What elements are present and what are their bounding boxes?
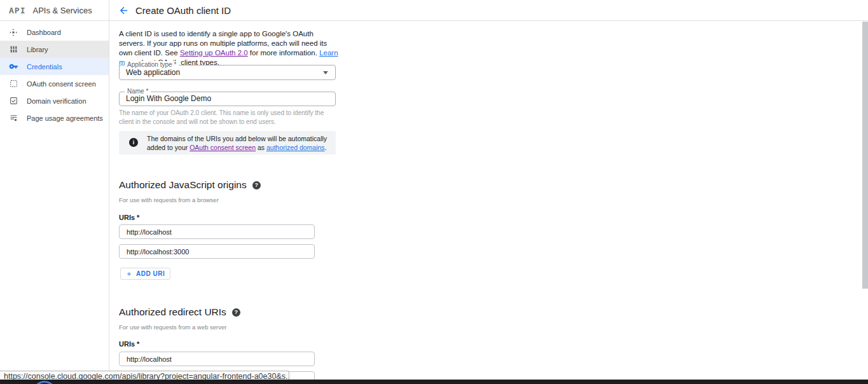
origin-uri-input-1[interactable] bbox=[119, 224, 315, 239]
sidebar-nav: Dashboard Library Credentials OAuth cons… bbox=[0, 24, 109, 127]
name-helper-text: The name of your OAuth 2.0 client. This … bbox=[119, 109, 333, 126]
name-label: Name * bbox=[125, 88, 151, 95]
origin-uri-input-2[interactable] bbox=[119, 244, 315, 259]
arrow-back-icon bbox=[118, 7, 129, 18]
link-oauth-consent-screen[interactable]: OAuth consent screen bbox=[189, 144, 256, 151]
sidebar-item-label: OAuth consent screen bbox=[27, 80, 96, 88]
oauth-client-create-page: API APIs & Services Dashboard Library bbox=[0, 0, 868, 384]
name-field: Name * bbox=[119, 92, 336, 106]
sidebar-title: APIs & Services bbox=[32, 6, 92, 15]
page-title: Create OAuth client ID bbox=[135, 5, 231, 16]
origins-subtitle: For use with requests from a browser bbox=[119, 196, 219, 203]
info-text-part: as bbox=[256, 144, 266, 151]
sidebar-item-library[interactable]: Library bbox=[0, 41, 109, 58]
info-box: i The domains of the URIs you add below … bbox=[119, 131, 336, 154]
plus-icon bbox=[126, 271, 132, 277]
key-icon bbox=[8, 62, 18, 72]
application-type-label: Application type * bbox=[125, 61, 179, 68]
section-title-text: Authorized redirect URIs bbox=[119, 306, 226, 318]
origins-uris-label: URIs * bbox=[119, 214, 139, 221]
back-button[interactable] bbox=[118, 5, 130, 17]
sidebar-item-label: Page usage agreements bbox=[27, 114, 103, 122]
link-authorized-domains[interactable]: authorized domains bbox=[266, 144, 325, 151]
api-logo: API bbox=[9, 6, 25, 15]
sidebar-item-domain-verification[interactable]: Domain verification bbox=[0, 92, 109, 109]
add-uri-label: ADD URI bbox=[136, 270, 165, 277]
vertical-scrollbar-thumb[interactable] bbox=[862, 22, 868, 289]
sidebar-item-oauth-consent-screen[interactable]: OAuth consent screen bbox=[0, 75, 109, 92]
redirects-subtitle: For use with requests from a web server bbox=[119, 324, 226, 331]
consent-screen-icon bbox=[8, 79, 18, 89]
sidebar-item-label: Dashboard bbox=[27, 29, 61, 36]
section-title-js-origins: Authorized JavaScript origins ? bbox=[119, 179, 261, 191]
sidebar-item-credentials[interactable]: Credentials bbox=[0, 58, 109, 75]
redirects-uris-label: URIs * bbox=[119, 340, 139, 348]
section-title-text: Authorized JavaScript origins bbox=[119, 179, 247, 191]
redirect-uri-input-1[interactable] bbox=[119, 352, 315, 366]
dropdown-caret-icon bbox=[323, 71, 328, 74]
sidebar-item-label: Library bbox=[27, 46, 48, 53]
info-text-part: . bbox=[325, 144, 327, 151]
sidebar: API APIs & Services Dashboard Library bbox=[0, 0, 109, 384]
dashboard-icon bbox=[8, 27, 18, 38]
library-icon bbox=[8, 45, 18, 55]
sidebar-item-label: Credentials bbox=[27, 63, 62, 71]
sidebar-item-label: Domain verification bbox=[27, 97, 86, 105]
taskbar-icon bbox=[33, 381, 56, 384]
domain-verification-icon bbox=[8, 96, 18, 106]
add-uri-button[interactable]: ADD URI bbox=[120, 268, 170, 280]
application-type-select[interactable]: Application type * Web application bbox=[119, 65, 336, 80]
info-icon: i bbox=[129, 138, 138, 147]
name-input[interactable] bbox=[126, 92, 317, 106]
agreements-icon bbox=[8, 113, 18, 123]
link-setting-up-oauth[interactable]: Setting up OAuth 2.0 bbox=[180, 49, 248, 57]
sidebar-item-page-usage-agreements[interactable]: Page usage agreements bbox=[0, 109, 109, 127]
help-icon[interactable]: ? bbox=[252, 181, 261, 189]
section-title-redirect-uris: Authorized redirect URIs ? bbox=[119, 306, 240, 318]
sidebar-header: API APIs & Services bbox=[0, 0, 109, 21]
info-box-text: The domains of the URIs you add below wi… bbox=[147, 134, 328, 152]
intro-text: for more information. bbox=[248, 49, 319, 57]
page-header: Create OAuth client ID bbox=[109, 0, 868, 21]
sidebar-item-dashboard[interactable]: Dashboard bbox=[0, 24, 109, 41]
help-icon[interactable]: ? bbox=[232, 308, 240, 317]
taskbar-edge bbox=[0, 380, 868, 384]
